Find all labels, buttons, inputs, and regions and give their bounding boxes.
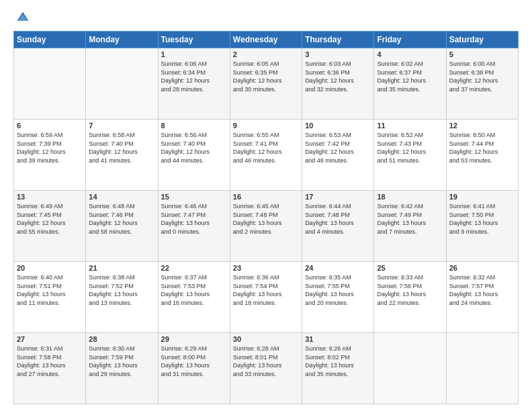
day-number: 23 <box>233 264 299 272</box>
calendar-cell: 20Sunrise: 6:40 AM Sunset: 7:51 PM Dayli… <box>14 262 86 333</box>
day-number: 30 <box>233 335 299 343</box>
calendar-cell: 26Sunrise: 6:32 AM Sunset: 7:57 PM Dayli… <box>446 262 518 333</box>
calendar-week-3: 13Sunrise: 6:49 AM Sunset: 7:45 PM Dayli… <box>14 191 519 262</box>
day-info: Sunrise: 6:00 AM Sunset: 6:38 PM Dayligh… <box>449 60 515 93</box>
day-info: Sunrise: 6:31 AM Sunset: 7:58 PM Dayligh… <box>17 345 83 378</box>
day-info: Sunrise: 6:26 AM Sunset: 8:02 PM Dayligh… <box>305 345 371 378</box>
page: SundayMondayTuesdayWednesdayThursdayFrid… <box>0 0 532 411</box>
day-info: Sunrise: 6:33 AM Sunset: 7:56 PM Dayligh… <box>377 273 443 307</box>
weekday-header-monday: Monday <box>86 32 158 48</box>
day-number: 5 <box>449 50 515 58</box>
calendar-header: SundayMondayTuesdayWednesdayThursdayFrid… <box>14 32 519 48</box>
day-number: 20 <box>17 264 83 272</box>
day-number: 25 <box>377 264 443 272</box>
calendar-cell: 19Sunrise: 6:41 AM Sunset: 7:50 PM Dayli… <box>446 191 518 262</box>
calendar-cell: 22Sunrise: 6:37 AM Sunset: 7:53 PM Dayli… <box>158 262 230 333</box>
calendar-cell: 7Sunrise: 6:58 AM Sunset: 7:40 PM Daylig… <box>86 120 158 191</box>
calendar-week-5: 27Sunrise: 6:31 AM Sunset: 7:58 PM Dayli… <box>14 333 519 404</box>
calendar-cell: 27Sunrise: 6:31 AM Sunset: 7:58 PM Dayli… <box>14 333 86 404</box>
calendar-week-2: 6Sunrise: 6:59 AM Sunset: 7:39 PM Daylig… <box>14 120 519 191</box>
day-number: 9 <box>233 122 299 130</box>
day-info: Sunrise: 6:03 AM Sunset: 6:36 PM Dayligh… <box>305 60 371 93</box>
calendar-cell <box>374 333 446 404</box>
day-number: 15 <box>161 193 227 201</box>
day-number: 4 <box>377 50 443 58</box>
day-info: Sunrise: 6:59 AM Sunset: 7:39 PM Dayligh… <box>17 131 83 165</box>
day-number: 22 <box>161 264 227 272</box>
day-info: Sunrise: 6:05 AM Sunset: 6:35 PM Dayligh… <box>233 60 299 93</box>
weekday-header-row: SundayMondayTuesdayWednesdayThursdayFrid… <box>14 32 519 48</box>
calendar-cell: 15Sunrise: 6:46 AM Sunset: 7:47 PM Dayli… <box>158 191 230 262</box>
day-info: Sunrise: 6:49 AM Sunset: 7:45 PM Dayligh… <box>17 202 83 236</box>
calendar-cell: 2Sunrise: 6:05 AM Sunset: 6:35 PM Daylig… <box>230 48 302 120</box>
weekday-header-saturday: Saturday <box>446 32 518 48</box>
day-info: Sunrise: 6:58 AM Sunset: 7:40 PM Dayligh… <box>89 131 154 165</box>
calendar-cell: 18Sunrise: 6:42 AM Sunset: 7:49 PM Dayli… <box>374 191 446 262</box>
day-info: Sunrise: 6:30 AM Sunset: 7:59 PM Dayligh… <box>89 345 154 378</box>
day-info: Sunrise: 6:52 AM Sunset: 7:43 PM Dayligh… <box>377 131 443 165</box>
day-number: 7 <box>89 122 154 130</box>
day-info: Sunrise: 6:06 AM Sunset: 6:34 PM Dayligh… <box>161 60 227 93</box>
calendar-cell: 31Sunrise: 6:26 AM Sunset: 8:02 PM Dayli… <box>302 333 374 404</box>
day-info: Sunrise: 6:45 AM Sunset: 7:48 PM Dayligh… <box>233 202 299 236</box>
calendar-cell: 12Sunrise: 6:50 AM Sunset: 7:44 PM Dayli… <box>446 120 518 191</box>
day-number: 11 <box>377 122 443 130</box>
day-info: Sunrise: 6:28 AM Sunset: 8:01 PM Dayligh… <box>233 345 299 378</box>
day-number: 24 <box>305 264 371 272</box>
day-number: 28 <box>89 335 154 343</box>
day-info: Sunrise: 6:35 AM Sunset: 7:55 PM Dayligh… <box>305 273 371 307</box>
calendar-cell: 29Sunrise: 6:29 AM Sunset: 8:00 PM Dayli… <box>158 333 230 404</box>
day-info: Sunrise: 6:48 AM Sunset: 7:46 PM Dayligh… <box>89 202 154 236</box>
day-number: 26 <box>449 264 515 272</box>
day-info: Sunrise: 6:29 AM Sunset: 8:00 PM Dayligh… <box>161 345 227 378</box>
calendar-cell: 6Sunrise: 6:59 AM Sunset: 7:39 PM Daylig… <box>14 120 86 191</box>
day-number: 21 <box>89 264 154 272</box>
calendar-cell: 9Sunrise: 6:55 AM Sunset: 7:41 PM Daylig… <box>230 120 302 191</box>
day-info: Sunrise: 6:02 AM Sunset: 6:37 PM Dayligh… <box>377 60 443 93</box>
day-number: 12 <box>449 122 515 130</box>
calendar-cell: 13Sunrise: 6:49 AM Sunset: 7:45 PM Dayli… <box>14 191 86 262</box>
calendar-cell: 28Sunrise: 6:30 AM Sunset: 7:59 PM Dayli… <box>86 333 158 404</box>
calendar-cell: 16Sunrise: 6:45 AM Sunset: 7:48 PM Dayli… <box>230 191 302 262</box>
day-number: 29 <box>161 335 227 343</box>
day-number: 17 <box>305 193 371 201</box>
day-number: 13 <box>17 193 83 201</box>
calendar-cell <box>86 48 158 120</box>
weekday-header-wednesday: Wednesday <box>230 32 302 48</box>
day-info: Sunrise: 6:53 AM Sunset: 7:42 PM Dayligh… <box>305 131 371 165</box>
calendar-week-1: 1Sunrise: 6:06 AM Sunset: 6:34 PM Daylig… <box>14 48 519 120</box>
day-info: Sunrise: 6:55 AM Sunset: 7:41 PM Dayligh… <box>233 131 299 165</box>
day-number: 6 <box>17 122 83 130</box>
calendar-body: 1Sunrise: 6:06 AM Sunset: 6:34 PM Daylig… <box>14 48 519 404</box>
calendar-cell <box>446 333 518 404</box>
weekday-header-thursday: Thursday <box>302 32 374 48</box>
day-info: Sunrise: 6:37 AM Sunset: 7:53 PM Dayligh… <box>161 273 227 307</box>
logo <box>13 11 30 24</box>
weekday-header-sunday: Sunday <box>14 32 86 48</box>
day-info: Sunrise: 6:50 AM Sunset: 7:44 PM Dayligh… <box>449 131 515 165</box>
calendar-cell: 14Sunrise: 6:48 AM Sunset: 7:46 PM Dayli… <box>86 191 158 262</box>
logo-icon <box>16 11 30 24</box>
calendar-cell: 5Sunrise: 6:00 AM Sunset: 6:38 PM Daylig… <box>446 48 518 120</box>
day-number: 16 <box>233 193 299 201</box>
header <box>13 11 519 24</box>
calendar-cell: 4Sunrise: 6:02 AM Sunset: 6:37 PM Daylig… <box>374 48 446 120</box>
calendar-cell: 11Sunrise: 6:52 AM Sunset: 7:43 PM Dayli… <box>374 120 446 191</box>
day-info: Sunrise: 6:42 AM Sunset: 7:49 PM Dayligh… <box>377 202 443 236</box>
calendar-cell: 10Sunrise: 6:53 AM Sunset: 7:42 PM Dayli… <box>302 120 374 191</box>
day-number: 14 <box>89 193 154 201</box>
day-number: 18 <box>377 193 443 201</box>
calendar-cell: 8Sunrise: 6:56 AM Sunset: 7:40 PM Daylig… <box>158 120 230 191</box>
day-info: Sunrise: 6:41 AM Sunset: 7:50 PM Dayligh… <box>449 202 515 236</box>
weekday-header-friday: Friday <box>374 32 446 48</box>
calendar-table: SundayMondayTuesdayWednesdayThursdayFrid… <box>13 31 519 404</box>
day-info: Sunrise: 6:46 AM Sunset: 7:47 PM Dayligh… <box>161 202 227 236</box>
day-info: Sunrise: 6:32 AM Sunset: 7:57 PM Dayligh… <box>449 273 515 307</box>
day-info: Sunrise: 6:38 AM Sunset: 7:52 PM Dayligh… <box>89 273 154 307</box>
day-number: 31 <box>305 335 371 343</box>
day-number: 27 <box>17 335 83 343</box>
calendar-cell: 25Sunrise: 6:33 AM Sunset: 7:56 PM Dayli… <box>374 262 446 333</box>
day-number: 8 <box>161 122 227 130</box>
calendar-cell: 24Sunrise: 6:35 AM Sunset: 7:55 PM Dayli… <box>302 262 374 333</box>
calendar-week-4: 20Sunrise: 6:40 AM Sunset: 7:51 PM Dayli… <box>14 262 519 333</box>
